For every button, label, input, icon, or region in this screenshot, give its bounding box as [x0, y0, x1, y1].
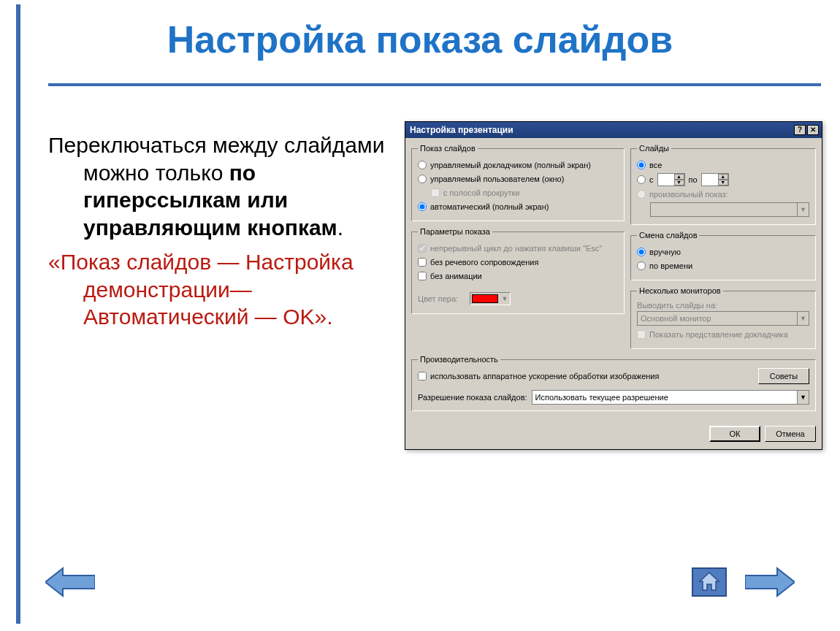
check-no-narration[interactable]: без речевого сопровождения — [418, 256, 618, 268]
label-to: по — [689, 175, 698, 184]
nav-home-button[interactable] — [690, 565, 729, 599]
radio-advance-manual[interactable]: вручную — [637, 246, 809, 258]
check-presenter-view: Показать представление докладчика — [637, 329, 809, 340]
pen-color-row: Цвет пера: ▼ — [418, 292, 618, 305]
group-show-options: Параметры показа непрерывный цикл до наж… — [411, 227, 625, 314]
chevron-down-icon: ▼ — [797, 312, 809, 325]
combo-monitor-value: Основной монитор — [638, 314, 797, 323]
body-text: Переключаться между слайдами можно тольк… — [48, 131, 392, 338]
arrow-right-icon — [745, 565, 795, 599]
check-loop-esc-input — [418, 244, 427, 253]
radio-slides-all[interactable]: все — [637, 159, 809, 171]
ok-button[interactable]: ОК — [709, 426, 760, 442]
para2: «Показ слайдов — Настройка демонстрации—… — [48, 248, 392, 331]
spin-to-input[interactable] — [702, 175, 718, 185]
chevron-down-icon[interactable]: ▼ — [797, 391, 809, 404]
check-hw-accel[interactable]: использовать аппаратное ускорение обрабо… — [418, 370, 752, 382]
title-rule — [48, 83, 821, 86]
group-slides: Слайды все с ▲▼ по ▲▼ произвольный — [630, 144, 816, 225]
group-monitors: Несколько мониторов Выводить слайды на: … — [630, 286, 816, 349]
radio-kiosk-full[interactable]: автоматический (полный экран) — [418, 201, 618, 213]
check-scrollbar: с полосой прокрутки — [431, 187, 618, 199]
spin-from[interactable]: ▲▼ — [657, 173, 685, 186]
radio-advance-timings[interactable]: по времени — [637, 260, 809, 272]
legend-performance: Производительность — [418, 355, 500, 364]
nav-next-button[interactable] — [745, 565, 795, 599]
group-advance: Смена слайдов вручную по времени — [630, 231, 816, 280]
spin-down-icon[interactable]: ▼ — [718, 180, 728, 186]
label-display-on: Выводить слайды на: — [637, 301, 809, 310]
radio-browsed-window-input[interactable] — [418, 175, 427, 183]
radio-presented-full-input[interactable] — [418, 161, 427, 169]
label-resolution: Разрешение показа слайдов: — [418, 393, 527, 402]
check-no-animation-input[interactable] — [418, 272, 427, 280]
home-icon — [690, 565, 729, 599]
radio-advance-manual-input[interactable] — [637, 248, 646, 256]
cancel-button[interactable]: Отмена — [765, 426, 816, 442]
slide-title: Настройка показа слайдов — [0, 18, 840, 61]
radio-presented-full[interactable]: управляемый докладчиком (полный экран) — [418, 159, 618, 171]
dialog-button-row: ОК Отмена — [405, 423, 822, 449]
check-hw-accel-input[interactable] — [418, 372, 427, 380]
dialog-title: Настройка презентации — [410, 125, 513, 135]
check-no-narration-input[interactable] — [418, 258, 427, 267]
combo-resolution-value: Использовать текущее разрешение — [532, 393, 797, 402]
spin-down-icon[interactable]: ▼ — [674, 180, 684, 186]
combo-resolution[interactable]: Использовать текущее разрешение ▼ — [532, 390, 809, 405]
check-no-animation[interactable]: без анимации — [418, 270, 618, 282]
check-presenter-view-input — [637, 330, 646, 339]
group-show-type: Показ слайдов управляемый докладчиком (п… — [411, 144, 625, 221]
radio-kiosk-full-input[interactable] — [418, 202, 427, 211]
label-from: с — [649, 175, 654, 184]
pen-color-picker[interactable]: ▼ — [470, 292, 511, 305]
chevron-down-icon: ▼ — [500, 295, 510, 302]
legend-show-type: Показ слайдов — [418, 144, 478, 153]
radio-advance-timings-input[interactable] — [637, 261, 646, 270]
pen-color-label: Цвет пера: — [418, 294, 458, 303]
para1-c: . — [337, 215, 343, 240]
legend-monitors: Несколько мониторов — [637, 286, 723, 295]
pen-color-swatch — [472, 294, 498, 303]
nav-prev-button[interactable] — [45, 565, 95, 599]
close-button[interactable]: ✕ — [807, 125, 819, 135]
combo-monitor: Основной монитор ▼ — [637, 311, 809, 326]
group-performance: Производительность использовать аппаратн… — [411, 355, 816, 411]
radio-slides-range-row: с ▲▼ по ▲▼ — [637, 173, 809, 186]
radio-browsed-window[interactable]: управляемый пользователем (окно) — [418, 173, 618, 185]
legend-slides: Слайды — [637, 144, 671, 153]
legend-show-options: Параметры показа — [418, 227, 492, 236]
combo-custom-show: ▼ — [650, 202, 809, 217]
tips-button[interactable]: Советы — [758, 368, 809, 384]
chevron-down-icon: ▼ — [797, 203, 809, 216]
dialog-titlebar[interactable]: Настройка презентации ? ✕ — [405, 122, 822, 138]
legend-advance: Смена слайдов — [637, 231, 699, 240]
check-scrollbar-input — [431, 188, 440, 197]
radio-custom-show-input — [637, 190, 646, 199]
setup-presentation-dialog: Настройка презентации ? ✕ Показ слайдов … — [405, 121, 822, 450]
spin-up-icon[interactable]: ▲ — [718, 174, 728, 180]
help-button[interactable]: ? — [794, 125, 806, 135]
spin-up-icon[interactable]: ▲ — [674, 174, 684, 180]
arrow-left-icon — [45, 565, 95, 599]
radio-slides-all-input[interactable] — [637, 161, 646, 169]
radio-custom-show: произвольный показ: — [637, 188, 809, 200]
check-loop-esc: непрерывный цикл до нажатия клавиши "Esc… — [418, 242, 618, 254]
para1-a: Переключаться между слайдами можно тольк… — [48, 133, 384, 185]
spin-from-input[interactable] — [658, 175, 674, 185]
spin-to[interactable]: ▲▼ — [701, 173, 729, 186]
radio-slides-range-input[interactable] — [637, 175, 646, 184]
